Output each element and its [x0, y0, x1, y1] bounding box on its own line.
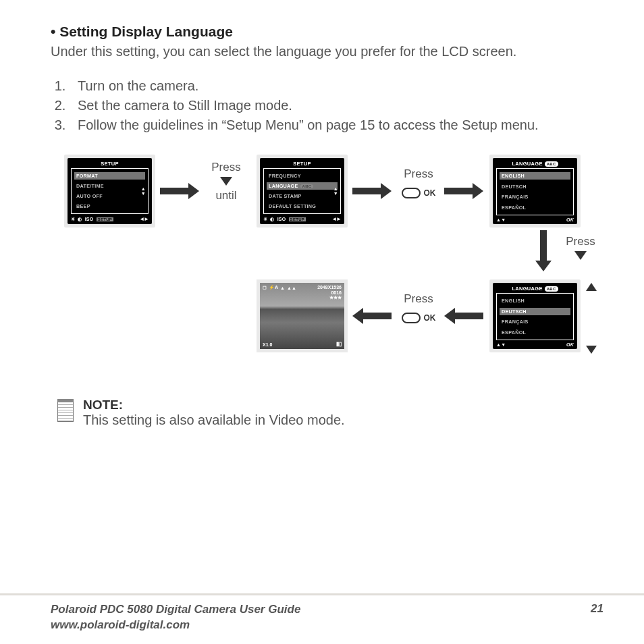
- ok-label: OK: [566, 217, 574, 222]
- resolution-label: 2048X1536: [317, 285, 342, 290]
- down-triangle-icon: [586, 346, 597, 354]
- lcd-title: SETUP: [263, 161, 341, 167]
- note-block: NOTE: This setting is also available in …: [57, 398, 603, 428]
- menu-item: FREQUENCY: [267, 172, 338, 180]
- flow-diagram: SETUP FORMAT DATE/TIME AUTO OFF BEEP ▲▼ …: [57, 155, 597, 377]
- page-number: 21: [591, 602, 603, 616]
- iso-label: ISO: [85, 217, 94, 221]
- updown-icon: ▲▼: [496, 217, 506, 222]
- step-item: Turn on the camera.: [70, 77, 603, 95]
- lcd-language-2: LANGUAGEABC ENGLISH DEUTSCH FRANÇAIS ESP…: [489, 279, 581, 352]
- up-triangle-icon: [586, 283, 597, 291]
- lcd-title: LANGUAGEABC: [496, 286, 574, 292]
- press-down-instruction: Press until: [203, 161, 250, 201]
- lcd-title: SETUP: [71, 161, 149, 167]
- menu-item: DATE/TIME: [74, 182, 145, 190]
- menu-item: DEUTSCH: [500, 183, 570, 190]
- menu-item: ENGLISH: [500, 297, 570, 304]
- ok-button-icon: OK: [402, 313, 436, 323]
- setup-tab: SETUP: [97, 217, 114, 221]
- menu-item: ENGLISH: [500, 172, 570, 180]
- press-down-instruction: Press: [557, 236, 604, 264]
- steps-list: Turn on the camera. Set the camera to St…: [51, 77, 603, 134]
- leftright-icon: ◄►: [331, 216, 341, 222]
- menu-item: ESPAÑOL: [500, 329, 570, 336]
- abc-badge-icon: ABC: [545, 161, 558, 167]
- down-triangle-icon: [574, 251, 587, 260]
- menu-item: DATE STAMP: [267, 192, 338, 200]
- updown-icon: ▲▼: [496, 342, 506, 347]
- menu-item: FORMAT: [74, 172, 145, 180]
- arrow-right-icon: [352, 183, 392, 199]
- arrow-left-icon: [444, 308, 483, 324]
- counter-label: 0016: [317, 290, 342, 296]
- notepad-icon: [57, 399, 74, 422]
- arrow-right-icon: [160, 183, 199, 199]
- lcd-setup-2: SETUP FREQUENCY LANGUAGEABC DATE STAMP D…: [257, 155, 348, 227]
- menu-item: ESPAÑOL: [500, 204, 570, 211]
- section-intro: Under this setting, you can select the l…: [51, 43, 603, 61]
- lcd-title: LANGUAGEABC: [496, 161, 574, 167]
- battery-icon: ▮▯: [336, 341, 342, 347]
- note-title: NOTE:: [83, 398, 345, 412]
- lcd-language-1: LANGUAGEABC ENGLISH DEUTSCH FRANÇAIS ESP…: [489, 155, 581, 227]
- step-item: Follow the guidelines in “Setup Menu” on…: [70, 116, 603, 134]
- menu-item: DEFAULT SETTING: [267, 203, 338, 210]
- footer-guide-title: Polaroid PDC 5080 Digital Camera User Gu…: [51, 602, 300, 618]
- scene-icon: ▲: [280, 286, 285, 290]
- contrast-icon: ◐: [78, 217, 82, 222]
- menu-item: AUTO OFF: [74, 192, 145, 200]
- section-heading: • Setting Display Language: [51, 24, 603, 40]
- menu-item: DEUTSCH: [500, 308, 570, 315]
- landscape-icon: ▲▲: [287, 286, 296, 290]
- quality-stars-icon: ★★★: [317, 295, 342, 300]
- brightness-icon: ☀: [263, 217, 267, 222]
- setup-tab: SETUP: [289, 217, 306, 221]
- flash-auto-icon: ⚡A: [269, 285, 278, 290]
- iso-label: ISO: [277, 217, 286, 221]
- page-footer: Polaroid PDC 5080 Digital Camera User Gu…: [0, 593, 644, 633]
- lcd-setup-1: SETUP FORMAT DATE/TIME AUTO OFF BEEP ▲▼ …: [64, 155, 155, 227]
- arrow-right-icon: [444, 183, 483, 199]
- brightness-icon: ☀: [71, 217, 75, 222]
- zoom-label: X1.0: [263, 342, 272, 347]
- ok-label: OK: [566, 342, 574, 347]
- lcd-preview: ◻ ⚡A ▲ ▲▲ 2048X1536 0016 ★★★ X1.0 ▮▯: [257, 279, 348, 352]
- down-triangle-icon: [220, 177, 232, 186]
- leftright-icon: ◄►: [139, 216, 149, 222]
- note-body: This setting is also available in Video …: [83, 412, 345, 428]
- footer-url: www.polaroid-digital.com: [51, 618, 300, 633]
- menu-item: LANGUAGEABC: [267, 182, 338, 190]
- abc-badge-icon: ABC: [300, 184, 314, 188]
- ok-button-icon: OK: [402, 188, 436, 198]
- menu-item: FRANÇAIS: [500, 318, 570, 325]
- press-ok-instruction: Press OK: [395, 293, 442, 325]
- updown-icon: ▲▼: [333, 186, 338, 196]
- abc-badge-icon: ABC: [545, 286, 558, 292]
- arrow-left-icon: [352, 308, 392, 324]
- menu-item: BEEP: [74, 203, 145, 210]
- press-ok-instruction: Press OK: [395, 168, 442, 200]
- updown-icon: ▲▼: [141, 186, 146, 196]
- contrast-icon: ◐: [270, 217, 274, 222]
- menu-item: FRANÇAIS: [500, 193, 570, 200]
- camera-icon: ◻: [263, 285, 267, 290]
- step-item: Set the camera to Still Image mode.: [70, 97, 603, 115]
